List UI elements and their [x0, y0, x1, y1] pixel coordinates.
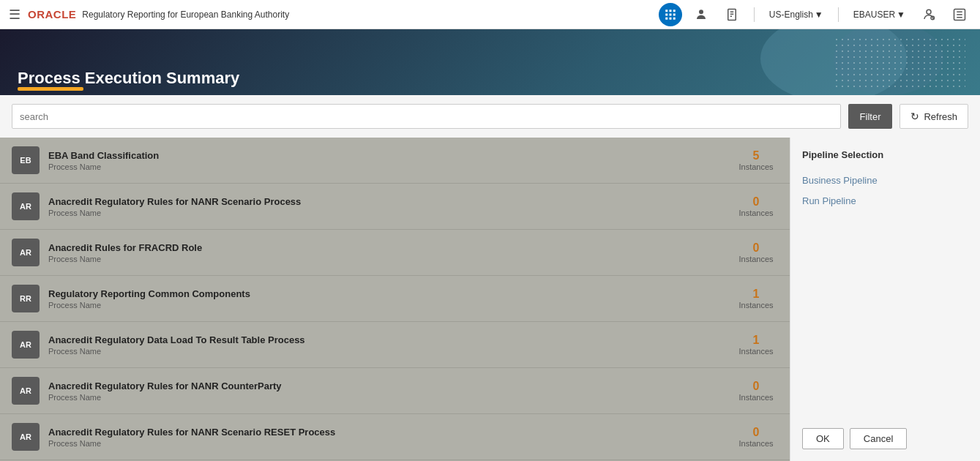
svg-rect-7 — [669, 17, 671, 19]
process-count: 0 Instances — [734, 380, 778, 402]
process-avatar: EB — [12, 146, 40, 174]
top-navigation: ☰ ORACLE Regulatory Reporting for Europe… — [0, 0, 980, 29]
process-count: 0 Instances — [734, 241, 778, 263]
language-selector[interactable]: US-English ▼ — [765, 10, 828, 20]
process-avatar: AR — [12, 423, 40, 451]
person-icon-button[interactable] — [689, 3, 713, 26]
process-title: Regulatory Reporting Common Components — [48, 288, 725, 299]
process-count-label: Instances — [734, 162, 778, 171]
process-info: Regulatory Reporting Common Components P… — [48, 288, 725, 310]
process-avatar: AR — [12, 377, 40, 405]
document-icon — [725, 8, 738, 21]
filter-button[interactable]: Filter — [848, 104, 893, 129]
process-count: 0 Instances — [734, 195, 778, 217]
process-subtitle: Process Name — [48, 209, 725, 217]
process-count: 5 Instances — [734, 149, 778, 171]
process-list: EB EBA Band Classification Process Name … — [0, 138, 790, 461]
process-count-number: 0 — [734, 241, 778, 255]
oracle-logo-text: ORACLE — [28, 8, 76, 20]
process-count-label: Instances — [734, 209, 778, 217]
nav-divider-2 — [838, 7, 839, 22]
ok-button[interactable]: OK — [802, 428, 844, 449]
main-content: EB EBA Band Classification Process Name … — [0, 138, 980, 461]
process-subtitle: Process Name — [48, 301, 725, 310]
refresh-button[interactable]: ↻ Refresh — [899, 104, 968, 129]
process-count-label: Instances — [734, 347, 778, 356]
process-info: Anacredit Regulatory Rules for NANR Coun… — [48, 381, 725, 402]
business-pipeline-option[interactable]: Business Pipeline — [802, 170, 968, 191]
svg-rect-1 — [669, 10, 671, 12]
banner-underline-decoration — [18, 87, 83, 91]
process-count-label: Instances — [734, 301, 778, 310]
process-list-item[interactable]: AR Anacredit Rules for FRACRD Role Proce… — [0, 230, 790, 276]
process-info: Anacredit Regulatory Rules for NANR Scen… — [48, 427, 725, 448]
process-count-label: Instances — [734, 393, 778, 402]
process-count: 0 Instances — [734, 426, 778, 448]
language-chevron-icon: ▼ — [815, 10, 823, 20]
process-list-item[interactable]: EB EBA Band Classification Process Name … — [0, 138, 790, 184]
process-count-number: 5 — [734, 149, 778, 162]
grid-icon — [664, 8, 677, 21]
process-avatar: AR — [12, 192, 40, 220]
svg-rect-2 — [673, 10, 676, 12]
process-count-number: 1 — [734, 334, 778, 347]
process-title: Anacredit Regulatory Rules for NANR Coun… — [48, 381, 725, 391]
username-label: EBAUSER — [853, 10, 895, 20]
process-count-number: 0 — [734, 380, 778, 393]
process-title: Anacredit Regulatory Rules for NANR Scen… — [48, 196, 725, 207]
svg-point-9 — [699, 10, 703, 14]
process-subtitle: Process Name — [48, 162, 725, 171]
hamburger-menu[interactable]: ☰ — [9, 7, 20, 23]
process-title: Anacredit Regulatory Data Load To Result… — [48, 334, 725, 345]
process-subtitle: Process Name — [48, 255, 725, 263]
process-avatar: AR — [12, 331, 40, 359]
process-info: Anacredit Regulatory Data Load To Result… — [48, 334, 725, 356]
svg-rect-4 — [669, 13, 671, 15]
pipeline-section-title: Pipeline Selection — [802, 149, 968, 160]
process-info: Anacredit Rules for FRACRD Role Process … — [48, 242, 725, 263]
page-title: Process Execution Summary — [18, 69, 239, 88]
settings-icon-button[interactable] — [948, 3, 971, 26]
process-subtitle: Process Name — [48, 347, 725, 356]
pipeline-spacer — [802, 211, 968, 416]
language-label: US-English — [769, 10, 813, 20]
run-pipeline-option[interactable]: Run Pipeline — [802, 191, 968, 211]
user-menu[interactable]: EBAUSER ▼ — [849, 10, 910, 20]
document-icon-button[interactable] — [720, 3, 744, 26]
pipeline-actions: OK Cancel — [802, 416, 968, 449]
process-subtitle: Process Name — [48, 439, 725, 448]
banner-dots-decoration — [834, 37, 965, 88]
process-info: EBA Band Classification Process Name — [48, 150, 725, 171]
grid-icon-button[interactable] — [659, 3, 682, 26]
refresh-label: Refresh — [924, 111, 957, 122]
search-input[interactable] — [12, 104, 841, 129]
svg-rect-3 — [665, 13, 667, 15]
process-count-number: 0 — [734, 426, 778, 439]
process-count-number: 1 — [734, 288, 778, 301]
user-settings-icon — [922, 8, 935, 21]
refresh-icon: ↻ — [910, 110, 919, 122]
process-avatar: RR — [12, 285, 40, 312]
search-bar: Filter ↻ Refresh — [0, 95, 980, 138]
process-title: Anacredit Regulatory Rules for NANR Scen… — [48, 427, 725, 438]
nav-divider — [754, 7, 755, 22]
user-chevron-icon: ▼ — [897, 10, 905, 20]
svg-rect-8 — [673, 17, 676, 19]
process-list-item[interactable]: RR Regulatory Reporting Common Component… — [0, 276, 790, 322]
process-count-number: 0 — [734, 195, 778, 209]
process-count: 1 Instances — [734, 288, 778, 310]
pipeline-sidebar: Pipeline Selection Business Pipeline Run… — [790, 138, 980, 461]
process-list-item[interactable]: AR Anacredit Regulatory Rules for NANR S… — [0, 414, 790, 460]
process-list-item[interactable]: AR Anacredit Regulatory Data Load To Res… — [0, 322, 790, 368]
process-count: 1 Instances — [734, 334, 778, 356]
svg-rect-5 — [673, 13, 676, 15]
svg-point-14 — [927, 10, 931, 14]
process-list-item[interactable]: AR Anacredit Regulatory Rules for NANR C… — [0, 368, 790, 414]
process-title: EBA Band Classification — [48, 150, 725, 161]
user-settings-icon-button[interactable] — [917, 3, 940, 26]
process-list-item[interactable]: AR Anacredit Regulatory Rules for NANR S… — [0, 184, 790, 230]
cancel-button[interactable]: Cancel — [850, 428, 907, 449]
process-count-label: Instances — [734, 439, 778, 448]
settings-icon — [953, 8, 966, 21]
page-banner: Process Execution Summary — [0, 29, 980, 95]
